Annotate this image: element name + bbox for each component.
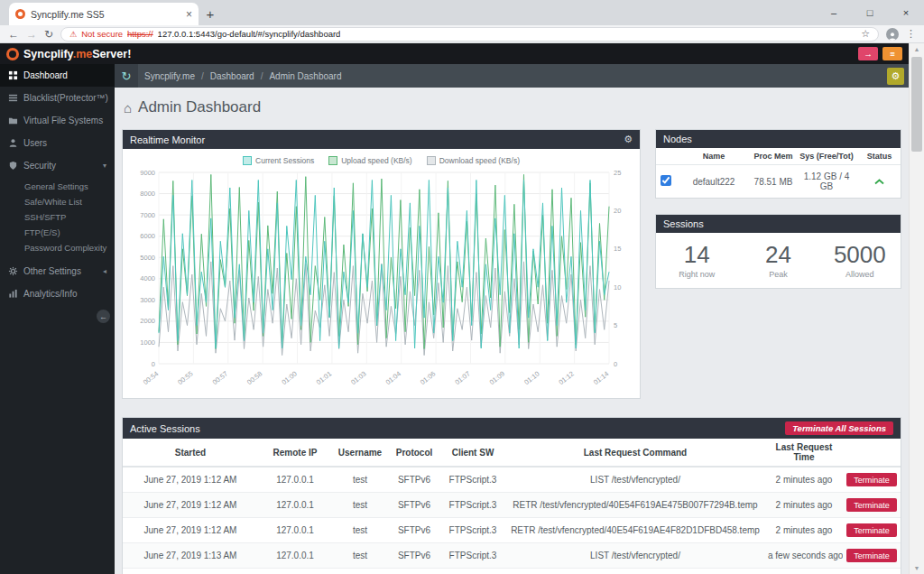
url-scheme: https://: [127, 29, 153, 39]
profile-avatar[interactable]: [886, 28, 899, 41]
tab-title: Syncplify.me SS5: [31, 9, 180, 20]
node-name: default222: [676, 165, 752, 199]
minimize-button[interactable]: –: [816, 0, 852, 25]
svg-text:01:06: 01:06: [419, 369, 437, 386]
terminate-button[interactable]: Terminate: [846, 549, 897, 562]
terminate-all-sessions-button[interactable]: Terminate All Sessions: [785, 421, 893, 435]
status-up-icon: [874, 179, 884, 185]
person-icon: [888, 32, 897, 41]
col-name: Name: [676, 148, 752, 165]
col-protocol: Protocol: [388, 439, 440, 467]
close-button[interactable]: ×: [888, 0, 924, 25]
terminate-button[interactable]: Terminate: [846, 523, 897, 537]
svg-text:01:12: 01:12: [558, 369, 576, 386]
browser-tab[interactable]: Syncplify.me SS5 ×: [9, 3, 199, 25]
legend-swatch: [243, 156, 252, 165]
submenu-item-password-complexity[interactable]: Password Complexity: [0, 240, 115, 255]
stat-peak: 24 Peak: [737, 241, 818, 279]
syncplify-logo-icon: [6, 48, 19, 60]
col-sys-free-tot: Sys (Free/Tot): [795, 148, 858, 165]
node-checkbox[interactable]: [661, 175, 671, 186]
page-scrollbar[interactable]: ▲ ▼: [909, 43, 924, 574]
svg-text:01:03: 01:03: [349, 369, 367, 386]
legend-swatch: [328, 156, 337, 165]
terminate-button[interactable]: Terminate: [846, 473, 897, 486]
browser-address-bar: ← → ↻ ⚠ Not secure https:// 127.0.0.1:54…: [0, 25, 924, 43]
nodes-table: Name Proc Mem Sys (Free/Tot) Status defa…: [656, 148, 901, 198]
sessions-panel: Sessions 14 Right now 24 Peak 50: [655, 214, 901, 289]
url-input[interactable]: ⚠ Not secure https:// 127.0.0.1:5443/go-…: [60, 27, 879, 42]
legend-current-sessions[interactable]: Current Sessions: [243, 156, 314, 165]
not-secure-label[interactable]: Not secure: [81, 29, 123, 39]
menu-toggle-button[interactable]: ≡: [882, 47, 902, 60]
submenu-item-ftp[interactable]: FTP(E/S): [0, 225, 115, 240]
realtime-monitor-body: Current Sessions Upload speed (KB/s) Dow…: [123, 149, 640, 398]
svg-text:10: 10: [614, 283, 621, 292]
sidebar-item-analytics-info[interactable]: Analytics/Info: [0, 282, 115, 305]
sidebar-item-dashboard[interactable]: Dashboard: [0, 64, 115, 87]
nodes-header: Nodes: [656, 130, 901, 148]
breadcrumb-item-root[interactable]: Syncplify.me: [144, 71, 195, 81]
svg-text:01:09: 01:09: [488, 369, 506, 386]
svg-text:00:58: 00:58: [245, 369, 263, 386]
active-sessions-table: Started Remote IP Username Protocol Clie…: [123, 439, 901, 574]
scroll-down-icon[interactable]: ▼: [910, 562, 924, 574]
sidebar-item-security[interactable]: Security ▾: [0, 154, 115, 177]
svg-text:7000: 7000: [140, 211, 155, 219]
folder-icon: [8, 116, 18, 125]
sidebar-item-virtual-file-systems[interactable]: Virtual File Systems: [0, 109, 115, 132]
terminate-button[interactable]: Terminate: [846, 498, 897, 512]
reload-icon[interactable]: ↻: [44, 29, 53, 40]
node-sys: 1.12 GB / 4 GB: [795, 165, 858, 199]
browser-menu-icon[interactable]: ⋮: [906, 28, 916, 40]
bookmark-star-icon[interactable]: ☆: [861, 28, 870, 40]
submenu-item-general-settings[interactable]: General Settings: [0, 179, 115, 194]
svg-text:20: 20: [614, 207, 621, 215]
svg-text:0: 0: [614, 360, 617, 368]
svg-text:5000: 5000: [140, 254, 155, 262]
maximize-button[interactable]: □: [852, 0, 888, 25]
chart-legend: Current Sessions Upload speed (KB/s) Dow…: [130, 153, 633, 167]
topbar-actions: → ≡: [858, 47, 902, 60]
submenu-item-ssh-sftp[interactable]: SSH/SFTP: [0, 209, 115, 225]
legend-download-speed[interactable]: Download speed (KB/s): [427, 156, 520, 165]
svg-text:4000: 4000: [140, 274, 155, 282]
svg-text:9000: 9000: [140, 169, 155, 177]
stat-allowed: 5000 Allowed: [819, 241, 901, 279]
svg-text:01:00: 01:00: [280, 369, 298, 386]
chevron-left-icon: ◂: [103, 267, 106, 275]
session-row: June 27, 2019 1:12 AM 127.0.0.1 test SFT…: [123, 493, 901, 518]
scroll-up-icon[interactable]: ▲: [910, 43, 924, 55]
col-remote-ip: Remote IP: [258, 439, 332, 467]
submenu-item-safe-white-list[interactable]: Safe/White List: [0, 194, 115, 209]
col-username: Username: [332, 439, 388, 467]
col-last-request-time: Last Request Time: [765, 439, 843, 467]
window-controls: – □ ×: [816, 0, 924, 25]
legend-upload-speed[interactable]: Upload speed (KB/s): [328, 156, 411, 165]
breadcrumb-item-dashboard[interactable]: Dashboard: [210, 71, 254, 81]
back-icon[interactable]: ←: [8, 29, 19, 40]
site-favicon: [15, 9, 25, 19]
dashboard-settings-button[interactable]: ⚙: [887, 68, 904, 85]
col-last-request-command: Last Request Command: [505, 439, 765, 467]
sidebar-collapse-button[interactable]: ←: [97, 310, 110, 323]
logout-button[interactable]: →: [858, 47, 878, 60]
blacklist-icon: [8, 93, 18, 103]
svg-text:01:10: 01:10: [522, 369, 541, 386]
new-tab-button[interactable]: +: [199, 3, 222, 25]
breadcrumb-item-admin-dashboard[interactable]: Admin Dashboard: [269, 71, 341, 81]
forward-icon[interactable]: →: [26, 29, 37, 40]
tab-close-icon[interactable]: ×: [186, 9, 192, 20]
col-client-sw: Client SW: [440, 439, 505, 467]
scrollbar-thumb[interactable]: [911, 57, 922, 152]
chart-settings-gear-icon[interactable]: ⚙: [624, 134, 633, 145]
gear-icon: ⚙: [892, 70, 901, 82]
active-sessions-panel: Active Sessions Terminate All Sessions S…: [122, 417, 901, 574]
nodes-panel: Nodes Name Proc Mem Sys (Free/Tot) Statu…: [655, 129, 901, 199]
sidebar-item-other-settings[interactable]: Other Settings ◂: [0, 260, 115, 282]
sidebar-item-users[interactable]: Users: [0, 132, 115, 154]
svg-text:3000: 3000: [140, 296, 155, 304]
sidebar-item-blacklist[interactable]: Blacklist(Protector™): [0, 87, 115, 109]
refresh-dashboard-button[interactable]: ↻: [115, 64, 138, 88]
bar-chart-icon: [8, 289, 18, 299]
